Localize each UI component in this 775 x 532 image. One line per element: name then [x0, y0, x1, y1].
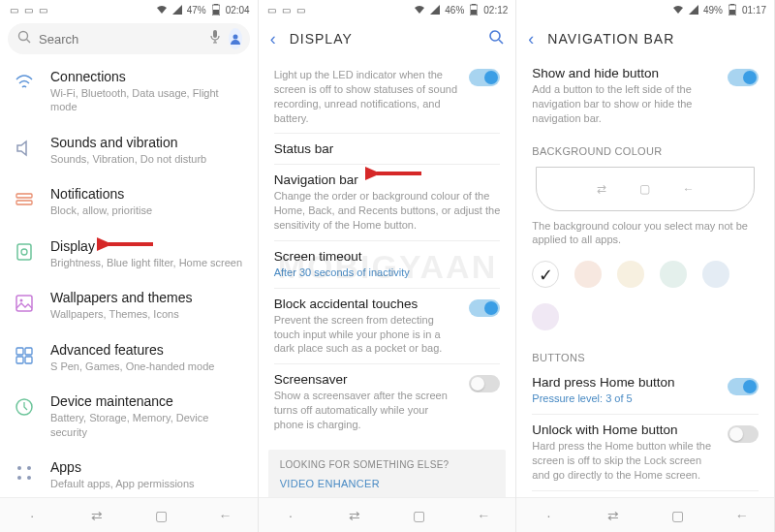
color-swatch[interactable]	[532, 303, 559, 330]
settings-item-sounds[interactable]: Sounds and vibrationSounds, Vibration, D…	[0, 124, 258, 175]
item-sub: Add a button to the left side of the nav…	[532, 82, 718, 126]
account-icon[interactable]	[229, 28, 242, 49]
settings-item-apps[interactable]: AppsDefault apps, App permissions	[0, 449, 258, 497]
nav-home-icon[interactable]: ▢	[645, 508, 709, 523]
svg-rect-14	[16, 348, 23, 355]
nav-hide-icon[interactable]: ·	[516, 508, 580, 523]
battery-icon	[210, 4, 222, 16]
clock: 01:17	[742, 5, 766, 16]
settings-item-display[interactable]: DisplayBrightness, Blue light filter, Ho…	[0, 228, 258, 279]
mic-icon[interactable]	[209, 29, 221, 48]
unlock-home-item[interactable]: Unlock with Home buttonHard press the Ho…	[516, 415, 774, 490]
color-swatch[interactable]	[617, 261, 644, 288]
navigationbar-item[interactable]: Navigation barChange the order or backgr…	[259, 165, 516, 240]
showhide-toggle[interactable]	[728, 69, 759, 86]
battery-icon	[468, 4, 480, 16]
svg-point-3	[19, 32, 28, 41]
svg-rect-2	[214, 4, 218, 5]
svg-rect-12	[16, 296, 32, 311]
nav-bar: ·⇄▢←	[259, 497, 516, 532]
item-sub: Brightness, Blue light filter, Home scre…	[50, 256, 246, 269]
nav-back-icon[interactable]: ←	[451, 508, 515, 523]
settings-list[interactable]: ConnectionsWi-Fi, Bluetooth, Data usage,…	[0, 58, 258, 497]
svg-point-13	[20, 299, 23, 302]
nav-home-icon[interactable]: ▢	[129, 508, 193, 523]
statusbar-item[interactable]: Status bar	[259, 134, 516, 164]
hardpress-toggle[interactable]	[728, 378, 759, 395]
advanced-icon	[12, 343, 37, 368]
navigationbar-settings-panel: 49% 01:17 ‹ NAVIGATION BAR Show and hide…	[516, 0, 775, 532]
settings-item-advanced[interactable]: Advanced featuresS Pen, Games, One-hande…	[0, 331, 258, 383]
nav-hide-icon[interactable]: ·	[0, 508, 64, 523]
screensaver-item[interactable]: ScreensaverShow a screensaver after the …	[259, 364, 516, 440]
notif-icon: ▭	[266, 4, 278, 16]
led-indicator-item[interactable]: Light up the LED indicator when the scre…	[259, 58, 516, 133]
item-sub: Default apps, App permissions	[50, 477, 246, 490]
svg-rect-7	[16, 194, 32, 198]
item-sub: Hard press the Home button while the scr…	[532, 439, 718, 483]
nav-home-icon: ▢	[639, 182, 650, 196]
color-swatches: ✓	[516, 255, 774, 340]
nav-recents-icon[interactable]: ⇄	[64, 508, 128, 523]
item-sub: Pressure level: 3 of 5	[532, 391, 718, 406]
section-header: BUTTONS	[516, 340, 774, 367]
svg-rect-17	[25, 357, 32, 363]
item-sub: Light up the LED indicator when the scre…	[274, 68, 460, 125]
settings-item-wallpapers[interactable]: Wallpapers and themesWallpapers, Themes,…	[0, 279, 258, 330]
nav-back-icon[interactable]: ←	[193, 508, 257, 523]
display-icon	[12, 239, 37, 265]
block-toggle[interactable]	[469, 299, 500, 317]
display-list[interactable]: Light up the LED indicator when the scre…	[259, 58, 516, 497]
display-settings-panel: ▭▭▭ 46% 02:12 ‹ DISPLAY Light up the LED…	[259, 0, 517, 532]
settings-main-panel: ▭ ▭ ▭ 47% 02:04 ConnectionsWi-Fi, Blueto…	[0, 0, 259, 532]
navbar-preview: ⇄▢←	[536, 167, 755, 211]
nav-home-icon[interactable]: ▢	[388, 508, 451, 523]
led-toggle[interactable]	[469, 69, 500, 86]
screensaver-toggle[interactable]	[469, 375, 500, 392]
nav-hide-icon[interactable]: ·	[259, 508, 323, 523]
item-label: Block accidental touches	[274, 297, 460, 311]
notif-icon	[12, 187, 37, 212]
color-swatch[interactable]	[574, 261, 602, 288]
settings-item-notifications[interactable]: NotificationsBlock, allow, prioritise	[0, 175, 258, 227]
title-bar: ‹ NAVIGATION BAR	[516, 19, 774, 58]
search-icon[interactable]	[488, 29, 504, 48]
svg-point-6	[233, 35, 238, 40]
back-icon[interactable]: ‹	[270, 29, 276, 49]
nav-back-icon[interactable]: ←	[710, 508, 774, 523]
color-swatch[interactable]	[660, 261, 687, 288]
notif-icon: ▭	[295, 4, 307, 16]
nav-bar: · ⇄ ▢ ←	[0, 497, 258, 532]
show-hide-item[interactable]: Show and hide buttonAdd a button to the …	[516, 58, 774, 134]
item-sub: Change the order or background colour of…	[274, 189, 501, 233]
color-swatch-white[interactable]: ✓	[532, 261, 559, 288]
nav-recents-icon[interactable]: ⇄	[581, 508, 645, 523]
svg-line-4	[27, 40, 31, 44]
svg-rect-31	[729, 10, 735, 15]
item-sub: Block, allow, prioritise	[50, 203, 246, 217]
block-touches-item[interactable]: Block accidental touchesPrevent the scre…	[259, 289, 516, 364]
wifi-icon	[156, 4, 168, 16]
hardpress-item[interactable]: Hard press Home buttonPressure level: 3 …	[516, 367, 774, 414]
settings-item-maintenance[interactable]: Device maintenanceBattery, Storage, Memo…	[0, 383, 258, 449]
nav-bar: ·⇄▢←	[516, 497, 774, 532]
navbar-list[interactable]: Show and hide buttonAdd a button to the …	[516, 58, 774, 497]
item-sub: Battery, Storage, Memory, Device securit…	[50, 411, 246, 439]
footer-link[interactable]: VIDEO ENHANCER	[280, 478, 495, 489]
notif-icon: ▭	[37, 4, 48, 16]
search-input[interactable]	[39, 32, 202, 47]
sound-icon	[12, 136, 37, 161]
unlock-toggle[interactable]	[728, 425, 759, 443]
nav-recents-icon[interactable]: ⇄	[323, 508, 387, 523]
color-swatch[interactable]	[702, 261, 729, 288]
item-sub: Sounds, Vibration, Do not disturb	[50, 152, 246, 166]
search-bar[interactable]	[8, 23, 250, 54]
section-header: BACKGROUND COLOUR	[516, 134, 774, 161]
settings-item-connections[interactable]: ConnectionsWi-Fi, Bluetooth, Data usage,…	[0, 58, 258, 124]
item-sub: Prevent the screen from detecting touch …	[274, 313, 460, 357]
back-icon[interactable]: ‹	[528, 29, 534, 49]
svg-point-22	[27, 476, 31, 480]
timeout-item[interactable]: Screen timeoutAfter 30 seconds of inacti…	[259, 241, 516, 288]
svg-rect-1	[213, 10, 219, 15]
item-label: Sounds and vibration	[50, 134, 246, 151]
